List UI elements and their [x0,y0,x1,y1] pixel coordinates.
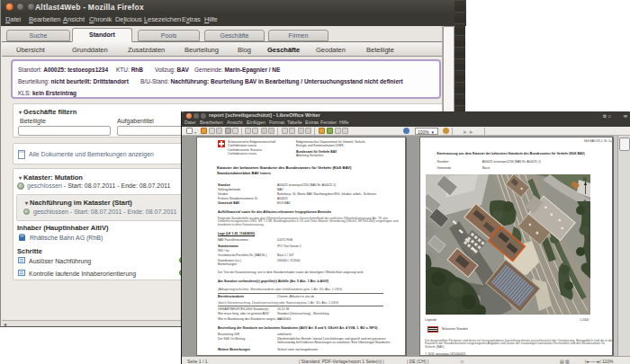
svg-text:N: N [583,176,587,182]
